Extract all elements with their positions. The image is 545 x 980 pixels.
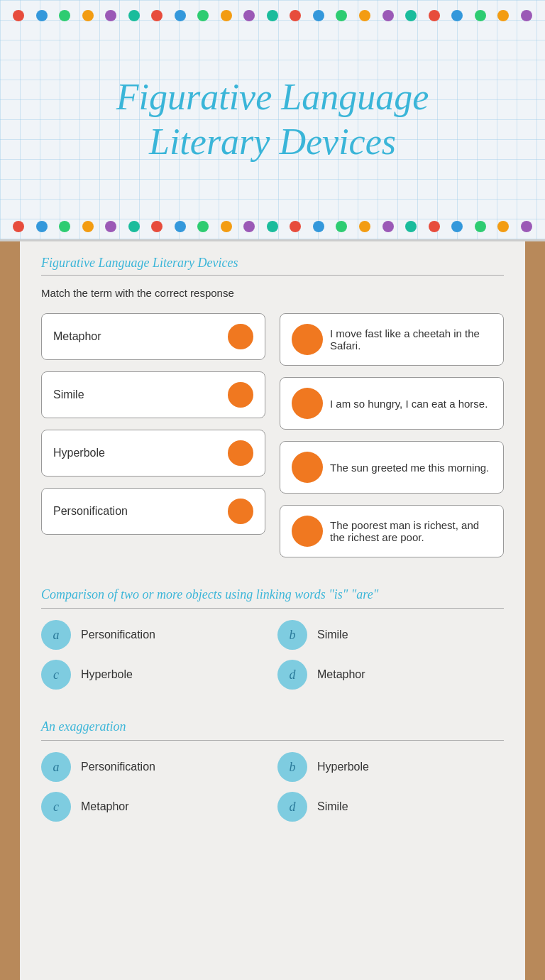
option-label-b: Simile xyxy=(317,628,348,641)
question-1-text: Comparison of two or more objects using … xyxy=(41,586,504,604)
term-metaphor[interactable]: Metaphor xyxy=(41,313,265,360)
page-title: Figurative Language Literary Devices xyxy=(74,75,472,164)
response-dot-1 xyxy=(292,324,323,355)
instruction-text: Match the term with the correct response xyxy=(41,287,504,299)
option-bubble-b: b xyxy=(277,620,307,650)
cork-right xyxy=(525,241,545,980)
dots-bottom-row xyxy=(0,221,545,232)
question-1-section: Comparison of two or more objects using … xyxy=(41,586,504,690)
question-2-section: An exaggeration a Personification b Hype… xyxy=(41,718,504,822)
term-label-simile: Simile xyxy=(53,388,84,401)
option-bubble-a: a xyxy=(41,620,71,650)
option-label-a: Personification xyxy=(81,628,155,641)
question-2-option-c[interactable]: c Metaphor xyxy=(41,792,268,822)
question-1-option-c[interactable]: c Hyperbole xyxy=(41,660,268,690)
dots-top-row xyxy=(0,10,545,21)
question-1-option-d[interactable]: d Metaphor xyxy=(277,660,504,690)
response-text-3: The sun greeted me this morning. xyxy=(330,462,489,474)
question-2-text: An exaggeration xyxy=(41,718,504,736)
connector-dot-simile xyxy=(228,382,253,408)
response-2[interactable]: I am so hungry, I can eat a horse. xyxy=(280,377,504,430)
cork-left xyxy=(0,241,20,980)
option-bubble-c: c xyxy=(41,660,71,690)
term-label-metaphor: Metaphor xyxy=(53,330,101,343)
response-1[interactable]: I move fast like a cheetah in the Safari… xyxy=(280,313,504,366)
response-dot-2 xyxy=(292,388,323,419)
breadcrumb: Figurative Language Literary Devices xyxy=(41,256,504,271)
response-text-2: I am so hungry, I can eat a horse. xyxy=(330,398,488,410)
question-2-option-b[interactable]: b Hyperbole xyxy=(277,752,504,782)
response-text-1: I move fast like a cheetah in the Safari… xyxy=(330,327,492,352)
section-divider-1 xyxy=(41,275,504,276)
section-divider-2 xyxy=(41,608,504,609)
question-1-option-a[interactable]: a Personification xyxy=(41,620,268,650)
option-label-2b: Hyperbole xyxy=(317,761,369,773)
option-label-c: Hyperbole xyxy=(81,668,133,681)
section-divider-3 xyxy=(41,740,504,741)
term-simile[interactable]: Simile xyxy=(41,371,265,418)
option-bubble-2d: d xyxy=(277,792,307,822)
response-3[interactable]: The sun greeted me this morning. xyxy=(280,441,504,494)
term-hyperbole[interactable]: Hyperbole xyxy=(41,430,265,477)
question-1-options: a Personification b Simile c Hyperbole d xyxy=(41,620,504,690)
response-text-4: The poorest man is richest, and the rich… xyxy=(330,519,492,543)
main-content: Figurative Language Literary Devices Mat… xyxy=(20,241,525,980)
question-1-option-b[interactable]: b Simile xyxy=(277,620,504,650)
header-section: Figurative Language Literary Devices xyxy=(0,0,545,241)
question-2-option-d[interactable]: d Simile xyxy=(277,792,504,822)
connector-dot-personification xyxy=(228,499,253,524)
option-bubble-2c: c xyxy=(41,792,71,822)
connector-dot-hyperbole xyxy=(228,440,253,466)
term-personification[interactable]: Personification xyxy=(41,488,265,535)
option-bubble-2a: a xyxy=(41,752,71,782)
matching-terms-column: Metaphor Simile Hyperbole Personificatio… xyxy=(41,313,265,557)
option-label-2c: Metaphor xyxy=(81,800,129,813)
term-label-hyperbole: Hyperbole xyxy=(53,447,105,459)
option-bubble-2b: b xyxy=(277,752,307,782)
question-2-options: a Personification b Hyperbole c Metaphor… xyxy=(41,752,504,822)
matching-responses-column: I move fast like a cheetah in the Safari… xyxy=(280,313,504,557)
connector-dot-metaphor xyxy=(228,324,253,349)
response-dot-3 xyxy=(292,452,323,483)
option-label-d: Metaphor xyxy=(317,668,365,681)
response-4[interactable]: The poorest man is richest, and the rich… xyxy=(280,505,504,557)
option-bubble-d: d xyxy=(277,660,307,690)
response-dot-4 xyxy=(292,516,323,547)
matching-exercise: Metaphor Simile Hyperbole Personificatio… xyxy=(41,313,504,557)
option-label-2d: Simile xyxy=(317,800,348,813)
term-label-personification: Personification xyxy=(53,505,128,518)
option-label-2a: Personification xyxy=(81,761,155,773)
question-2-option-a[interactable]: a Personification xyxy=(41,752,268,782)
